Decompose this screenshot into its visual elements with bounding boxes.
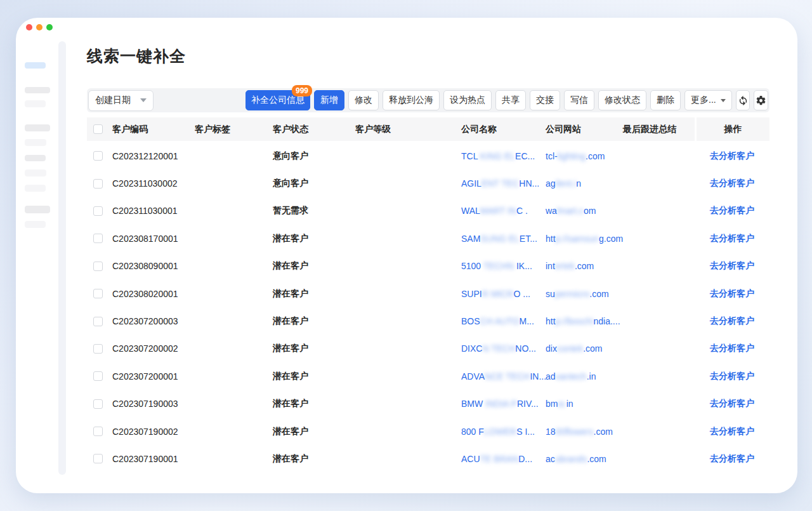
analyze-customer-link[interactable]: 去分析客户 [710,260,754,270]
analyze-customer-link[interactable]: 去分析客户 [710,371,754,381]
select-all-checkbox[interactable] [93,124,103,134]
company-website-link[interactable]: 1800flowers.com [546,427,623,437]
column-header-website[interactable]: 公司网站 [546,124,623,135]
customer-code-cell: C202308090001 [112,261,195,271]
column-header-level[interactable]: 客户等级 [355,124,461,135]
company-website-link[interactable]: tcl-lighting.com [546,151,623,161]
company-name-link[interactable]: DIXCN TECHNO... [461,343,546,354]
company-website-link[interactable]: bmw.in [546,399,623,409]
company-name-redacted: TECHN [483,261,516,271]
company-name-redacted: INDIA P [485,399,517,409]
company-name-link[interactable]: SAMSUNG ELET... [461,234,546,244]
company-website-link[interactable]: http://samsung.com [546,234,623,244]
toolbar-button[interactable]: 释放到公海 [383,90,440,110]
sidebar-active-item-skeleton[interactable] [25,62,46,69]
main-content: 线索一键补全 创建日期 补全公司信息 999 新增 修改 [87,18,769,493]
company-name-link[interactable]: TCL KING ELEC... [461,151,546,161]
website-redacted: lighting [558,151,586,161]
company-name-link[interactable]: SUPIR MICRO ... [461,289,546,299]
row-checkbox[interactable] [93,427,103,436]
analyze-customer-link[interactable]: 去分析客户 [710,398,754,408]
company-name-link[interactable]: BMW INDIA PRIV... [461,399,546,409]
column-header-status[interactable]: 客户状态 [273,124,355,135]
customer-status-cell: 潜在客户 [273,426,355,437]
company-name-visible: RIV... [517,399,539,409]
row-checkbox[interactable] [93,179,103,189]
column-header-tag[interactable]: 客户标签 [195,124,273,135]
company-website-link[interactable]: advantech.in [546,371,623,382]
analyze-customer-link[interactable]: 去分析客户 [710,453,754,463]
table-row: C202308020001 潜在客户 SUPIR MICRO ... super… [87,280,769,307]
analyze-customer-link[interactable]: 去分析客户 [710,150,754,161]
toolbar-button[interactable]: 设为热点 [443,90,492,110]
toolbar-button[interactable]: 写信 [564,90,594,110]
toolbar-button[interactable]: 修改状态 [598,90,646,110]
company-name-link[interactable]: 800 FLOWERS I... [461,427,546,437]
customer-status-cell: 潜在客户 [273,453,355,465]
analyze-customer-link[interactable]: 去分析客户 [710,315,754,326]
toolbar-button[interactable]: 共享 [495,90,526,110]
company-website-link[interactable]: dixcontek.com [546,343,623,354]
table-row: C202307200001 潜在客户 ADVANCE TECHIN... adv… [87,362,769,390]
company-website-link[interactable]: http://boschindia.... [546,316,623,326]
complete-company-info-button[interactable]: 补全公司信息 999 [246,90,310,110]
row-checkbox[interactable] [93,262,103,271]
company-website-link[interactable]: intertek.com [546,261,623,271]
company-name-redacted: R MICR [482,289,514,299]
row-checkbox[interactable] [93,206,103,216]
company-name-link[interactable]: ADVANCE TECHIN... [461,371,546,382]
row-checkbox[interactable] [93,371,103,381]
add-button[interactable]: 新增 [314,90,344,110]
company-website-link[interactable]: agilent.in [546,178,623,189]
row-checkbox[interactable] [93,344,103,354]
analyze-customer-link[interactable]: 去分析客户 [710,178,754,188]
company-name-redacted: TE BRAN [480,454,519,464]
sidebar-divider-scroll-track[interactable] [58,41,66,475]
company-name-visible: EC... [515,151,535,161]
analyze-customer-link[interactable]: 去分析客户 [710,205,754,215]
company-website-link[interactable]: walmart.com [546,206,623,216]
company-name-link[interactable]: 5100 TECHN IK... [461,261,546,271]
toolbar-button[interactable]: 删除 [650,90,681,110]
settings-button[interactable] [754,90,768,110]
analyze-customer-link[interactable]: 去分析客户 [710,233,754,243]
column-header-company[interactable]: 公司名称 [461,124,546,135]
company-website-link[interactable]: supermicro.com [546,289,623,299]
analyze-customer-link[interactable]: 去分析客户 [710,288,754,298]
website-visible: om [584,206,596,216]
row-checkbox[interactable] [93,399,103,409]
date-filter-dropdown[interactable]: 创建日期 [88,90,154,111]
website-redacted: ilent.i [556,178,577,189]
toolbar-button-label: 交接 [536,95,554,106]
toolbar-button-label: 修改 [355,95,372,106]
company-name-redacted: MART IN [480,206,516,216]
company-name-visible: IN... [530,371,546,382]
minimize-window-icon[interactable] [36,24,43,30]
close-window-icon[interactable] [26,24,32,30]
toolbar-button[interactable]: 修改 [348,90,379,110]
row-checkbox[interactable] [93,317,103,326]
row-checkbox[interactable] [93,289,103,298]
company-website-link[interactable]: acubrands.com [546,454,623,464]
sync-button[interactable] [736,90,750,110]
row-checkbox[interactable] [93,234,103,243]
company-name-visible: TCL [461,151,480,161]
more-button[interactable]: 更多... [684,90,732,110]
column-header-summary[interactable]: 最后跟进总结 [623,124,695,135]
company-name-link[interactable]: ACUTE BRAND... [461,454,546,464]
zoom-window-icon[interactable] [46,24,53,30]
table-row: C202307200003 潜在客户 BOSCH AUTOM... http:/… [87,307,769,335]
customer-code-cell: C202307190002 [112,427,195,437]
analyze-customer-link[interactable]: 去分析客户 [710,343,754,353]
row-checkbox[interactable] [93,454,103,463]
row-checkbox[interactable] [93,151,103,161]
page-title: 线索一键补全 [87,46,186,67]
customer-code-cell: C202307200002 [112,343,195,354]
company-name-link[interactable]: WALMART INC . [461,206,546,216]
column-header-code[interactable]: 客户编码 [112,124,195,135]
company-name-link[interactable]: BOSCH AUTOM... [461,316,546,326]
analyze-customer-link[interactable]: 去分析客户 [710,426,754,436]
company-name-link[interactable]: AGILENT TECHN... [461,178,546,189]
toolbar-button[interactable]: 交接 [530,90,560,110]
customer-status-cell: 潜在客户 [273,343,355,354]
